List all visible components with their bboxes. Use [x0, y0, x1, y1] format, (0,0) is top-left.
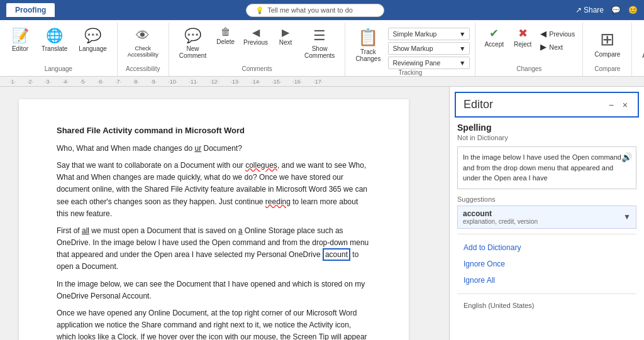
compare-label: Compare [594, 65, 620, 74]
suggestion-alts: explanation, credit, version [463, 218, 538, 225]
suggestion-expand-icon[interactable]: ▼ [623, 212, 631, 221]
spelling-collegues: collegues [245, 161, 277, 170]
divider-1 [457, 234, 636, 234]
underline-all: all [82, 226, 89, 235]
new-comment-button[interactable]: 💬 NewComment [174, 25, 211, 62]
accessibility-label: Accessibility [126, 65, 160, 74]
document-page: Shared File Activity command in Microsof… [19, 99, 409, 340]
translate-button[interactable]: 🌐 Translate [36, 25, 72, 55]
comments-label: Comments [242, 65, 272, 74]
title-bar-right: ↗ Share 💬 😊 [575, 6, 638, 14]
accessibility-buttons: 👁 CheckAccessibility [123, 25, 164, 65]
share-icon: ↗ [575, 6, 582, 14]
reviewing-pane-dropdown[interactable]: Reviewing Pane ▼ [388, 57, 470, 69]
tell-me-input[interactable]: 💡 Tell me what you want to do [246, 4, 384, 17]
next-comment-icon: ▶ [282, 26, 289, 38]
changes-label: Changes [516, 65, 541, 74]
compare-icon: ⊞ [600, 29, 614, 50]
smiley-icon[interactable]: 😊 [628, 6, 638, 14]
proofing-label: Language [45, 65, 73, 74]
translate-icon: 🌐 [46, 28, 63, 44]
ribbon-group-compare: ⊞ Compare Compare [583, 23, 632, 76]
proofing-buttons: 📝 Editor 🌐 Translate 💬 Language [5, 25, 112, 65]
ruler-marks: ·1··2··3··4· ·5··6··7··8· ·9··10··11··12… [9, 79, 323, 85]
ribbon-group-accessibility: 👁 CheckAccessibility Accessibility [118, 23, 169, 76]
delete-button[interactable]: 🗑 Delete [213, 25, 238, 47]
ribbon-group-changes: ✔ Accept ✖ Reject ◀ Previous ▶ Next Chan… [475, 23, 583, 76]
main-area: Shared File Activity command in Microsof… [0, 87, 644, 340]
ribbon-group-tracking: 📋 TrackChanges Simple Markup ▼ Show Mark… [345, 23, 475, 76]
track-changes-button[interactable]: 📋 TrackChanges [350, 25, 386, 65]
tell-me-bar: 💡 Tell me what you want to do [55, 4, 575, 17]
ribbon-group-proofing: 📝 Editor 🌐 Translate 💬 Language Language [0, 23, 118, 76]
doc-para-3: First of all we must open a Document tha… [57, 225, 371, 273]
ruler: ·1··2··3··4· ·5··6··7··8· ·9··10··11··12… [0, 77, 644, 87]
editor-collapse-button[interactable]: − [606, 99, 616, 111]
add-to-dictionary-button[interactable]: Add to Dictionary [457, 239, 636, 256]
editor-panel: Editor − × Spelling Not in Dictionary In… [449, 87, 644, 340]
accept-icon: ✔ [489, 26, 499, 40]
spelling-title: Spelling [457, 123, 636, 133]
dropdown-arrow-icon2: ▼ [459, 45, 465, 52]
prev-change-icon: ◀ [540, 29, 547, 38]
previous-change-button[interactable]: ◀ Previous [538, 28, 577, 40]
simple-markup-dropdown[interactable]: Simple Markup ▼ [388, 28, 470, 40]
ribbon: 📝 Editor 🌐 Translate 💬 Language Language… [0, 20, 644, 77]
block-authors-button[interactable]: 👥 BlockAuthors [637, 25, 644, 62]
doc-para-5: Once we have opened any Online Document,… [57, 307, 371, 340]
editor-body: Spelling Not in Dictionary In the image … [450, 123, 644, 340]
divider-2 [457, 293, 636, 294]
spelling-reeding: reeding [265, 197, 291, 206]
delete-icon: 🗑 [221, 26, 231, 38]
show-comments-button[interactable]: ☰ ShowComments [299, 25, 340, 62]
dropdown-arrow-icon: ▼ [459, 30, 465, 38]
show-markup-dropdown[interactable]: Show Markup ▼ [388, 42, 470, 55]
suggestion-words: account explanation, credit, version [463, 209, 538, 225]
track-changes-icon: 📋 [358, 28, 378, 47]
accessibility-icon: 👁 [136, 28, 150, 44]
title-bar: Proofing 💡 Tell me what you want to do ↗… [0, 0, 644, 20]
underline-ur: ur [194, 144, 201, 153]
underline-a: a [238, 226, 243, 235]
reject-button[interactable]: ✖ Reject [510, 25, 535, 49]
comments-buttons: 💬 NewComment 🗑 Delete ◀ Previous ▶ Next … [174, 25, 340, 65]
doc-para-1: Who, What and When made changes do ur Do… [57, 143, 371, 155]
language-icon: 💬 [84, 28, 101, 44]
previous-comment-button[interactable]: ◀ Previous [240, 25, 272, 47]
suggestion-word: account [463, 209, 538, 218]
check-accessibility-button[interactable]: 👁 CheckAccessibility [123, 25, 164, 60]
spell-context-text: In the image below I have used the Open … [463, 153, 621, 182]
compare-button[interactable]: ⊞ Compare [588, 25, 626, 62]
spell-context-box: In the image below I have used the Open … [457, 146, 636, 189]
accept-button[interactable]: ✔ Accept [480, 25, 508, 49]
document-heading: Shared File Activity command in Microsof… [57, 124, 371, 138]
ribbon-group-comments: 💬 NewComment 🗑 Delete ◀ Previous ▶ Next … [169, 23, 346, 76]
review-tab[interactable]: Proofing [6, 3, 55, 17]
suggestion-item[interactable]: account explanation, credit, version ▼ [457, 206, 636, 229]
editor-close-button[interactable]: × [620, 99, 630, 111]
next-comment-button[interactable]: ▶ Next [273, 25, 298, 47]
share-button[interactable]: ↗ Share [575, 6, 604, 14]
editor-button[interactable]: 📝 Editor [5, 25, 35, 55]
editor-icon: 📝 [12, 28, 29, 44]
prev-comment-icon: ◀ [252, 26, 260, 38]
ignore-all-button[interactable]: Ignore All [457, 272, 636, 288]
editor-header-buttons: − × [606, 99, 630, 111]
doc-para-2: Say that we want to collaborate on a Doc… [57, 160, 371, 220]
language-button[interactable]: 💬 Language [74, 25, 112, 55]
sound-icon[interactable]: 🔊 [621, 151, 632, 164]
next-change-button[interactable]: ▶ Next [538, 41, 577, 53]
language-label: English (United States) [457, 299, 636, 312]
highlighted-word: acount [323, 248, 350, 261]
ribbon-group-protect: 👥 BlockAuthors 🔒 RestrictEditing Protect… [632, 23, 644, 76]
editor-title: Editor [464, 98, 493, 111]
new-comment-icon: 💬 [184, 28, 201, 44]
document-area: Shared File Activity command in Microsof… [0, 87, 449, 340]
doc-para-4: In the image below, we can see the Docum… [57, 278, 371, 302]
editor-header: Editor − × [455, 92, 639, 118]
lightbulb-icon: 💡 [255, 6, 264, 14]
spelling-subtitle: Not in Dictionary [457, 134, 636, 141]
tracking-label: Tracking [398, 69, 422, 77]
ignore-once-button[interactable]: Ignore Once [457, 256, 636, 272]
comment-icon[interactable]: 💬 [611, 6, 621, 14]
